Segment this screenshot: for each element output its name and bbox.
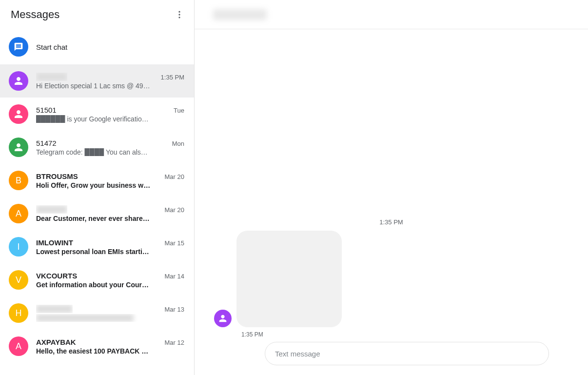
- conversation-item[interactable]: BBTROUSMSMar 20Holi Offer, Grow your bus…: [0, 164, 194, 197]
- sidebar-title: Messages: [11, 8, 59, 21]
- conversation-name: ██████: [36, 73, 67, 81]
- avatar: H: [9, 303, 28, 323]
- avatar: A: [9, 204, 28, 223]
- message-content-redacted: [245, 237, 333, 320]
- conversation-time: Mar 12: [165, 339, 184, 346]
- conversation-item[interactable]: 51501Tue██████ is your Google verificati…: [0, 98, 194, 131]
- conversation-item[interactable]: IIMLOWINTMar 15Lowest personal loan EMIs…: [0, 230, 194, 263]
- conversation-preview: Lowest personal loan EMIs starting …: [36, 248, 151, 256]
- person-icon: [13, 75, 24, 87]
- conversation-preview: Get information about your Court ca…: [36, 281, 151, 289]
- conversation-item[interactable]: HH██████Mar 13Y██████████████████: [0, 296, 194, 330]
- conversation-item[interactable]: VVKCOURTSMar 14Get information about you…: [0, 263, 194, 296]
- conversation-time: Mon: [172, 140, 184, 147]
- compose-row: [214, 342, 568, 365]
- conversation-preview: Telegram code: ████ You can also …: [36, 148, 151, 156]
- compose-input[interactable]: [265, 342, 549, 365]
- conversation-preview: Dear Customer, never ever share yo…: [36, 215, 151, 222]
- conversation-preview: Holi Offer, Grow your business with …: [36, 181, 151, 189]
- conversation-name: 51472: [36, 139, 57, 147]
- more-menu-button[interactable]: [171, 6, 188, 23]
- conversation-item[interactable]: 51472MonTelegram code: ████ You can also…: [0, 131, 194, 164]
- person-icon: [13, 108, 24, 120]
- conversation-time: 1:35 PM: [161, 74, 184, 81]
- sidebar-header: Messages: [0, 0, 194, 29]
- message-group-timestamp: 1:35 PM: [214, 218, 568, 226]
- conversation-time: Mar 20: [165, 173, 184, 180]
- conversation-name: VKCOURTS: [36, 272, 77, 280]
- chat-panel: 1:35 PM 1:35 PM: [195, 0, 588, 375]
- avatar: [9, 138, 28, 157]
- message-avatar: [214, 310, 232, 327]
- conversation-name: AXPAYBAK: [36, 338, 76, 346]
- conversation-name: IMLOWINT: [36, 238, 73, 247]
- svg-point-0: [178, 11, 180, 13]
- conversation-preview: Hi Election special 1 Lac sms @ 499…: [36, 82, 151, 90]
- conversation-name: BTROUSMS: [36, 172, 78, 180]
- message-row: [214, 231, 568, 327]
- more-vertical-icon: [175, 10, 184, 20]
- conversation-name: ██████: [36, 205, 67, 214]
- start-chat-label: Start chat: [36, 43, 67, 51]
- conversation-time: Mar 15: [165, 239, 184, 247]
- conversation-time: Tue: [174, 107, 184, 114]
- conversation-time: Mar 13: [165, 306, 184, 313]
- chat-header-name: [213, 9, 267, 20]
- start-chat-icon-wrap: [9, 37, 28, 57]
- person-icon: [217, 313, 228, 324]
- avatar: I: [9, 237, 28, 257]
- avatar: A: [9, 336, 28, 356]
- start-chat-button[interactable]: Start chat: [0, 29, 194, 64]
- conversation-item[interactable]: ██████1:35 PMHi Election special 1 Lac s…: [0, 64, 194, 98]
- conversation-preview: Y██████████████████: [36, 314, 151, 322]
- message-bubble[interactable]: [236, 231, 342, 327]
- chat-header: [195, 0, 588, 29]
- conversation-preview: ██████ is your Google verification…: [36, 115, 151, 123]
- sidebar: Messages Start chat ██████1:35 PMHi Elec…: [0, 0, 195, 375]
- messages-area: 1:35 PM 1:35 PM: [195, 29, 588, 375]
- conversation-item[interactable]: A██████Mar 20Dear Customer, never ever s…: [0, 197, 194, 230]
- avatar: B: [9, 171, 28, 190]
- conversation-name: 51501: [36, 106, 57, 114]
- avatar: [9, 104, 28, 124]
- svg-point-1: [178, 14, 180, 15]
- avatar: [9, 71, 28, 91]
- person-icon: [13, 141, 24, 153]
- conversation-list[interactable]: ██████1:35 PMHi Election special 1 Lac s…: [0, 64, 194, 375]
- conversation-name: H██████: [36, 305, 73, 313]
- message-time: 1:35 PM: [241, 331, 568, 338]
- conversation-item[interactable]: AAXPAYBAKMar 12Hello, the easiest 100 PA…: [0, 330, 194, 363]
- chat-icon: [14, 42, 23, 52]
- avatar: V: [9, 270, 28, 290]
- svg-point-2: [178, 17, 180, 18]
- conversation-time: Mar 20: [165, 206, 184, 214]
- conversation-time: Mar 14: [165, 273, 184, 280]
- conversation-preview: Hello, the easiest 100 PAYBACK poi…: [36, 347, 151, 355]
